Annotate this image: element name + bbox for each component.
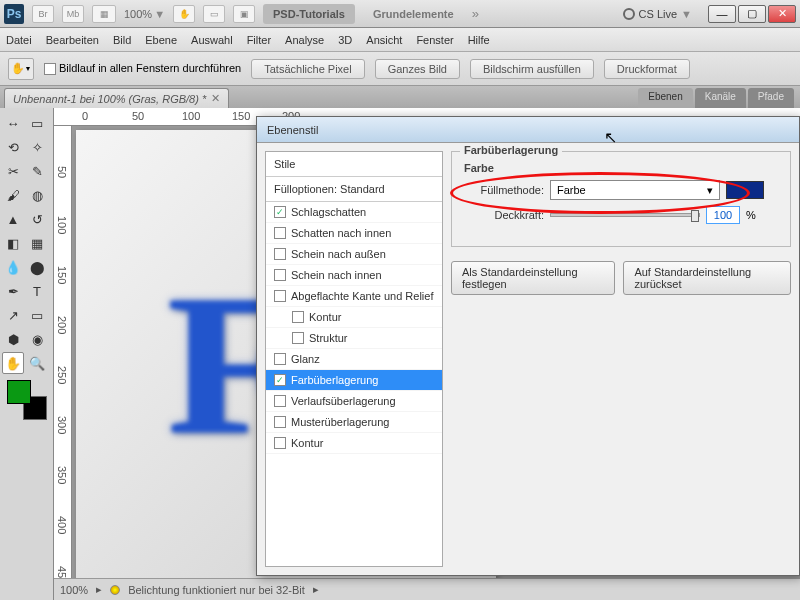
style-checkbox[interactable] <box>274 248 286 260</box>
type-tool[interactable]: T <box>26 280 48 302</box>
style-item-10[interactable]: Musterüberlagerung <box>266 412 442 433</box>
more-workspaces-icon[interactable]: » <box>472 6 479 21</box>
shape-tool[interactable]: ▭ <box>26 304 48 326</box>
path-tool[interactable]: ↗ <box>2 304 24 326</box>
menu-filter[interactable]: Filter <box>247 34 271 46</box>
hand-tool[interactable]: ✋ <box>2 352 24 374</box>
menu-ansicht[interactable]: Ansicht <box>366 34 402 46</box>
zoom-tool[interactable]: 🔍 <box>26 352 48 374</box>
style-checkbox[interactable]: ✓ <box>274 206 286 218</box>
set-default-button[interactable]: Als Standardeinstellung festlegen <box>451 261 615 295</box>
move-tool[interactable]: ↔ <box>2 112 24 134</box>
tab-ebenen[interactable]: Ebenen <box>638 88 692 110</box>
style-checkbox[interactable] <box>292 332 304 344</box>
style-item-9[interactable]: Verlaufsüberlagerung <box>266 391 442 412</box>
style-checkbox[interactable] <box>274 437 286 449</box>
tab-pfade[interactable]: Pfade <box>748 88 794 110</box>
actual-pixels-button[interactable]: Tatsächliche Pixel <box>251 59 364 79</box>
menu-ebene[interactable]: Ebene <box>145 34 177 46</box>
style-item-7[interactable]: Glanz <box>266 349 442 370</box>
blend-mode-dropdown[interactable]: Farbe▾ <box>550 180 720 200</box>
titlebar: Ps Br Mb ▦ 100%▼ ✋ ▭ ▣ PSD-Tutorials Gru… <box>0 0 800 28</box>
hand-tool-icon[interactable]: ✋▼ <box>8 58 34 80</box>
opacity-label: Deckkraft: <box>464 209 544 221</box>
wand-tool[interactable]: ✧ <box>26 136 48 158</box>
style-label: Schlagschatten <box>291 206 366 218</box>
style-label: Schein nach außen <box>291 248 386 260</box>
gradient-tool[interactable]: ▦ <box>26 232 48 254</box>
style-checkbox[interactable] <box>274 416 286 428</box>
maximize-button[interactable]: ▢ <box>738 5 766 23</box>
style-item-5[interactable]: Kontur <box>266 307 442 328</box>
heal-tool[interactable]: ◍ <box>26 184 48 206</box>
blur-tool[interactable]: 💧 <box>2 256 24 278</box>
dodge-tool[interactable]: ⬤ <box>26 256 48 278</box>
style-item-11[interactable]: Kontur <box>266 433 442 454</box>
workspace-grundelemente[interactable]: Grundelemente <box>363 4 464 24</box>
fill-options-header[interactable]: Fülloptionen: Standard <box>266 177 442 202</box>
cs-live[interactable]: CS Live▼ <box>623 8 692 20</box>
scroll-all-checkbox[interactable]: Bildlauf in allen Fenstern durchführen <box>44 62 241 75</box>
style-checkbox[interactable] <box>274 353 286 365</box>
menu-analyse[interactable]: Analyse <box>285 34 324 46</box>
eraser-tool[interactable]: ◧ <box>2 232 24 254</box>
style-checkbox[interactable]: ✓ <box>274 374 286 386</box>
menu-auswahl[interactable]: Auswahl <box>191 34 233 46</box>
workspace-psd-tutorials[interactable]: PSD-Tutorials <box>263 4 355 24</box>
style-item-2[interactable]: Schein nach außen <box>266 244 442 265</box>
style-item-6[interactable]: Struktur <box>266 328 442 349</box>
style-checkbox[interactable] <box>274 269 286 281</box>
screen-icon[interactable]: ▣ <box>233 5 255 23</box>
menu-bearbeiten[interactable]: Bearbeiten <box>46 34 99 46</box>
style-checkbox[interactable] <box>292 311 304 323</box>
pen-tool[interactable]: ✒ <box>2 280 24 302</box>
fg-color-swatch[interactable] <box>7 380 31 404</box>
overlay-color-chip[interactable] <box>726 181 764 199</box>
history-tool[interactable]: ↺ <box>26 208 48 230</box>
style-item-1[interactable]: Schatten nach innen <box>266 223 442 244</box>
minibridge-button[interactable]: Mb <box>62 5 84 23</box>
hand-icon[interactable]: ✋ <box>173 5 195 23</box>
color-swatches[interactable] <box>7 380 47 420</box>
menu-datei[interactable]: Datei <box>6 34 32 46</box>
layout-button[interactable]: ▦ <box>92 5 116 23</box>
opacity-input[interactable]: 100 <box>706 206 740 224</box>
3d-tool[interactable]: ⬢ <box>2 328 24 350</box>
close-tab-icon[interactable]: ✕ <box>211 92 220 105</box>
style-item-3[interactable]: Schein nach innen <box>266 265 442 286</box>
lasso-tool[interactable]: ⟲ <box>2 136 24 158</box>
status-zoom[interactable]: 100% <box>60 584 88 596</box>
styles-header[interactable]: Stile <box>266 152 442 177</box>
menu-3d[interactable]: 3D <box>338 34 352 46</box>
reset-default-button[interactable]: Auf Standardeinstellung zurückset <box>623 261 791 295</box>
menu-hilfe[interactable]: Hilfe <box>468 34 490 46</box>
3d-cam-tool[interactable]: ◉ <box>26 328 48 350</box>
zoom-select[interactable]: 100%▼ <box>124 8 165 20</box>
crop-tool[interactable]: ✂ <box>2 160 24 182</box>
brush-tool[interactable]: 🖌 <box>2 184 24 206</box>
view-icon[interactable]: ▭ <box>203 5 225 23</box>
style-checkbox[interactable] <box>274 395 286 407</box>
style-item-4[interactable]: Abgeflachte Kante und Relief <box>266 286 442 307</box>
style-checkbox[interactable] <box>274 227 286 239</box>
menu-bild[interactable]: Bild <box>113 34 131 46</box>
dialog-title[interactable]: Ebenenstil <box>257 117 799 143</box>
style-item-8[interactable]: ✓Farbüberlagerung <box>266 370 442 391</box>
close-button[interactable]: ✕ <box>768 5 796 23</box>
style-item-0[interactable]: ✓Schlagschatten <box>266 202 442 223</box>
eyedropper-tool[interactable]: ✎ <box>26 160 48 182</box>
stamp-tool[interactable]: ▲ <box>2 208 24 230</box>
document-tab[interactable]: Unbenannt-1 bei 100% (Gras, RGB/8) * ✕ <box>4 88 229 108</box>
fill-screen-button[interactable]: Bildschirm ausfüllen <box>470 59 594 79</box>
status-message: Belichtung funktioniert nur bei 32-Bit <box>128 584 305 596</box>
fit-screen-button[interactable]: Ganzes Bild <box>375 59 460 79</box>
print-size-button[interactable]: Druckformat <box>604 59 690 79</box>
minimize-button[interactable]: — <box>708 5 736 23</box>
tab-kanaele[interactable]: Kanäle <box>695 88 746 110</box>
menu-fenster[interactable]: Fenster <box>416 34 453 46</box>
marquee-tool[interactable]: ▭ <box>26 112 48 134</box>
sub-title: Farbe <box>464 162 778 174</box>
style-checkbox[interactable] <box>274 290 286 302</box>
bridge-button[interactable]: Br <box>32 5 54 23</box>
opacity-slider[interactable] <box>550 213 700 217</box>
